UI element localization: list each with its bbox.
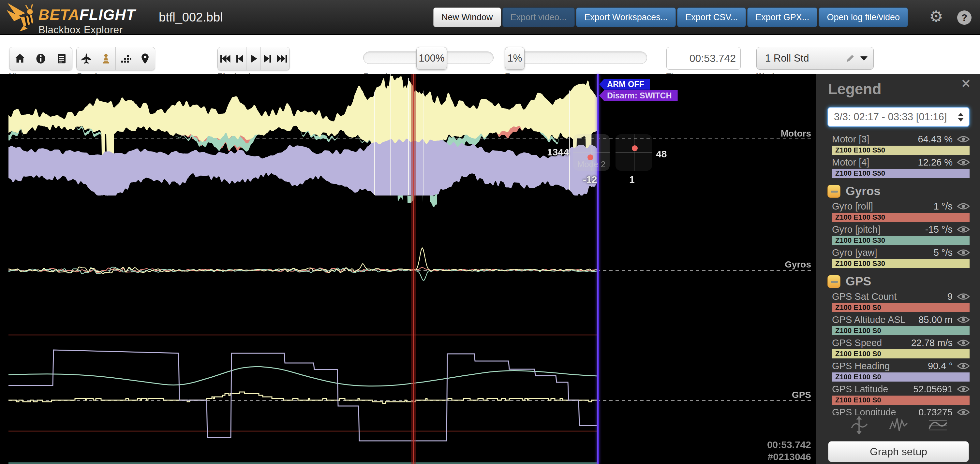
log-selector-value: 3/3: 02:17 - 03:33 [01:16] [834, 111, 947, 123]
close-icon[interactable]: ✕ [961, 77, 971, 91]
skip-to-start-icon [219, 53, 231, 65]
raw-signal-icon[interactable] [888, 415, 908, 435]
plane-icon [81, 53, 92, 65]
field-settings-bar[interactable]: Z100 E100 S30 [832, 213, 970, 222]
stick-position-dot [632, 145, 638, 151]
visibility-eye-icon[interactable] [957, 315, 970, 324]
edit-pencil-icon[interactable] [845, 54, 855, 63]
plane-overlay-button[interactable] [76, 47, 96, 70]
legend-panel: ✕ Legend 3/3: 02:17 - 03:33 [01:16] Moto… [816, 74, 980, 464]
brand-subtitle: Blackbox Explorer [38, 24, 135, 36]
legend-field-gps-heading: GPS Heading 90.4 ° Z100 E100 S0 [827, 361, 970, 381]
collapse-gps-button[interactable] [827, 275, 840, 288]
workspace-value: 1 Roll Std [765, 52, 809, 64]
log-selector[interactable]: 3/3: 02:17 - 03:33 [01:16] [827, 107, 970, 127]
speed-slider-handle[interactable]: 100% [416, 47, 447, 70]
field-settings-bar[interactable]: Z100 E100 S50 [832, 146, 970, 155]
gyros-section-header: Gyros [827, 184, 970, 198]
collapse-gyros-button[interactable] [827, 185, 840, 198]
motors-group-label: Motors [781, 129, 811, 139]
readout-frame: #0213046 [767, 451, 811, 463]
field-settings-bar[interactable]: Z100 E100 S0 [832, 303, 970, 312]
legend-tool-icons [827, 415, 970, 435]
map-overlay-button[interactable] [135, 47, 155, 70]
visibility-eye-icon[interactable] [957, 385, 970, 393]
visibility-eye-icon[interactable] [957, 248, 970, 257]
legend-title: Legend [828, 80, 970, 98]
legend-field-motor3: Motor [3] 64.43 % Z100 E100 S50 [827, 134, 970, 155]
graph-canvas[interactable] [0, 74, 816, 464]
brand-beta: BETA [38, 6, 80, 23]
sticks-dots-icon [120, 53, 131, 65]
visibility-eye-icon[interactable] [957, 408, 970, 415]
export-gpx-button[interactable]: Export GPX... [747, 8, 817, 27]
play-icon [248, 53, 259, 65]
jump-start-button[interactable] [218, 47, 232, 70]
legend-field-gps-speed: GPS Speed 22.78 m/s Z100 E100 S0 [827, 338, 970, 358]
field-settings-bar[interactable]: Z100 E100 S30 [832, 236, 970, 245]
legend-field-gps-satcount: GPS Sat Count 9 Z100 E100 S0 [827, 292, 970, 312]
blackbox-explorer-app: BETAFLIGHT Blackbox Explorer btfl_002.bb… [0, 0, 980, 464]
chevron-down-icon [860, 56, 867, 60]
step-back-button[interactable] [232, 47, 247, 70]
disarm-event-badge: Disarm: SWITCH [599, 90, 678, 101]
settings-gear-icon[interactable]: ⚙ [929, 7, 943, 25]
smoothed-signal-icon[interactable] [928, 415, 948, 435]
visibility-eye-icon[interactable] [957, 202, 970, 210]
field-settings-bar[interactable]: Z100 E100 S0 [832, 349, 970, 358]
map-marker-icon [139, 53, 151, 65]
workspace-selector-button[interactable]: 1 Roll Std [756, 47, 874, 70]
info-icon [35, 53, 47, 65]
field-settings-bar[interactable]: Z100 E100 S0 [832, 372, 970, 381]
pitch-value-label: 48 [656, 149, 667, 160]
graph-setup-button[interactable]: Graph setup [828, 441, 969, 462]
export-csv-button[interactable]: Export CSV... [677, 8, 746, 27]
sticks-overlay-button[interactable] [116, 47, 135, 70]
visibility-eye-icon[interactable] [957, 362, 970, 370]
visibility-eye-icon[interactable] [957, 225, 970, 234]
right-stick-overlay [616, 134, 652, 171]
field-settings-bar[interactable]: Z100 E100 S30 [832, 259, 970, 268]
header-dialog-button[interactable] [51, 47, 72, 70]
toolbar: View Overlay Playback Speed Zoom Time Wo… [0, 35, 980, 74]
topbar-buttons: New Window Export video... Export Worksp… [433, 8, 908, 27]
visibility-eye-icon[interactable] [957, 158, 970, 167]
zoom-slider-track[interactable] [505, 51, 647, 64]
zoom-slider-handle[interactable]: 1% [505, 47, 525, 70]
field-settings-bar[interactable]: Z100 E100 S50 [832, 169, 970, 178]
next-frame-icon [262, 53, 274, 65]
app-wordmark: BETAFLIGHT Blackbox Explorer [38, 6, 135, 36]
time-input[interactable]: 00:53.742 [667, 47, 741, 70]
new-window-button[interactable]: New Window [433, 8, 501, 27]
gyros-group-label: Gyros [785, 259, 811, 270]
previous-frame-icon [234, 53, 245, 65]
gps-section-header: GPS [827, 275, 970, 288]
title-bar: BETAFLIGHT Blackbox Explorer btfl_002.bb… [0, 0, 980, 35]
legend-field-gps-longitude-clipped: GPS Longitude 0.73275 [827, 407, 970, 415]
left-stick-overlay: Mode 2 [573, 134, 610, 171]
craft-overlay-button[interactable] [96, 47, 116, 70]
help-icon[interactable]: ? [957, 10, 972, 25]
expand-vertical-icon[interactable] [849, 415, 869, 435]
field-settings-bar[interactable]: Z100 E100 S0 [832, 326, 970, 335]
home-icon [14, 53, 26, 65]
step-forward-button[interactable] [261, 47, 275, 70]
visibility-eye-icon[interactable] [957, 292, 970, 301]
playback-button-group [218, 47, 290, 70]
open-log-file-button[interactable]: Open log file/video [819, 8, 908, 27]
visibility-eye-icon[interactable] [957, 338, 970, 347]
export-video-button: Export video... [503, 8, 575, 27]
legend-field-gps-altitude: GPS Altitude ASL 85.00 m Z100 E100 S0 [827, 315, 970, 335]
arm-event-badge: ARM OFF [599, 79, 650, 90]
stick-crosshair [616, 153, 652, 153]
jump-end-button[interactable] [275, 47, 290, 70]
field-settings-bar[interactable]: Z100 E100 S0 [832, 396, 970, 405]
betaflight-bee-logo-icon [6, 2, 37, 32]
legend-field-motor4: Motor [4] 12.26 % Z100 E100 S50 [827, 157, 970, 178]
home-view-button[interactable] [10, 47, 30, 70]
play-button[interactable] [247, 47, 261, 70]
log-info-button[interactable] [30, 47, 51, 70]
visibility-eye-icon[interactable] [957, 135, 970, 143]
export-workspaces-button[interactable]: Export Workspaces... [576, 8, 676, 27]
legend-field-gyro-roll: Gyro [roll] 1 °/s Z100 E100 S30 [827, 201, 970, 222]
